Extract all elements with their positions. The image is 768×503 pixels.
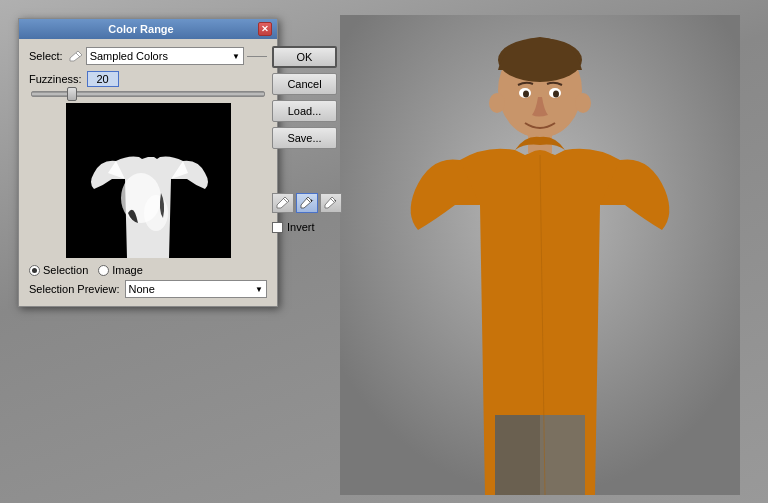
- dialog-body: Select: Sampled Colors ▼ Fuzziness:: [19, 39, 277, 306]
- sel-preview-arrow-icon: ▼: [255, 285, 263, 294]
- action-buttons: OK Cancel Load... Save...: [272, 46, 342, 149]
- svg-point-8: [489, 93, 505, 113]
- fuzziness-label: Fuzziness:: [29, 73, 82, 85]
- close-button[interactable]: ✕: [258, 22, 272, 36]
- invert-label: Invert: [287, 221, 315, 233]
- cancel-button[interactable]: Cancel: [272, 73, 337, 95]
- fuzziness-slider-track[interactable]: [31, 91, 265, 97]
- radio-image-indicator[interactable]: [98, 265, 109, 276]
- select-divider: [247, 56, 267, 57]
- radio-selection[interactable]: Selection: [29, 264, 88, 276]
- svg-rect-11: [540, 415, 585, 495]
- invert-row: Invert: [272, 221, 315, 233]
- eyedropper-tools: + -: [272, 193, 342, 213]
- sel-preview-dropdown[interactable]: None ▼: [125, 280, 268, 298]
- svg-point-7: [553, 91, 559, 98]
- svg-rect-10: [495, 415, 540, 495]
- svg-point-15: [144, 195, 168, 231]
- svg-point-9: [575, 93, 591, 113]
- load-button[interactable]: Load...: [272, 100, 337, 122]
- svg-text:-: -: [334, 197, 336, 203]
- sel-preview-label: Selection Preview:: [29, 283, 120, 295]
- dialog-titlebar: Color Range ✕: [19, 19, 277, 39]
- radio-row: Selection Image: [29, 264, 267, 276]
- color-range-dialog: Color Range ✕ Select: Sampled Colors ▼ F…: [18, 18, 278, 307]
- select-row: Select: Sampled Colors ▼: [29, 47, 267, 65]
- eyedropper-tool-button[interactable]: [272, 193, 294, 213]
- select-dropdown[interactable]: Sampled Colors ▼: [86, 47, 244, 65]
- fuzziness-slider-thumb[interactable]: [67, 87, 77, 101]
- svg-point-6: [523, 91, 529, 98]
- selection-preview-row: Selection Preview: None ▼: [29, 280, 267, 298]
- radio-image[interactable]: Image: [98, 264, 143, 276]
- eyedropper-subtract-tool-button[interactable]: -: [320, 193, 342, 213]
- radio-selection-indicator[interactable]: [29, 265, 40, 276]
- slider-row: [29, 91, 267, 97]
- eyedropper-icon: [68, 50, 84, 62]
- save-button[interactable]: Save...: [272, 127, 337, 149]
- canvas-image: [340, 15, 740, 495]
- invert-checkbox[interactable]: [272, 222, 283, 233]
- dialog-title: Color Range: [24, 23, 258, 35]
- select-label: Select:: [29, 50, 63, 62]
- dropdown-arrow-icon: ▼: [232, 52, 240, 61]
- svg-text:+: +: [310, 197, 314, 203]
- ok-button[interactable]: OK: [272, 46, 337, 68]
- fuzziness-input[interactable]: [87, 71, 119, 87]
- eyedropper-add-tool-button[interactable]: +: [296, 193, 318, 213]
- selection-preview: [66, 103, 231, 258]
- fuzziness-row: Fuzziness:: [29, 71, 267, 87]
